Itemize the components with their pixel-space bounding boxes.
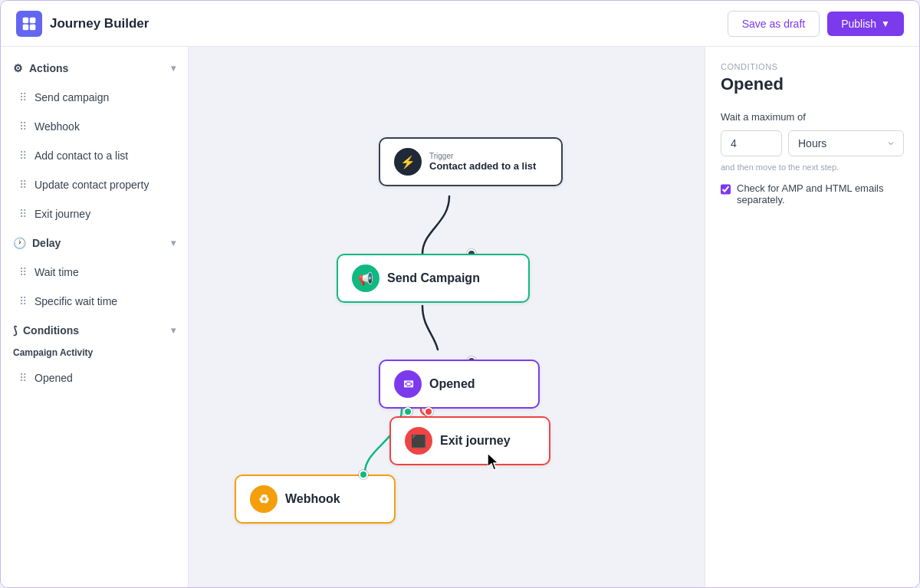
publish-label: Publish — [841, 18, 876, 30]
webhook-node[interactable]: ♻ Webhook — [235, 475, 396, 524]
actions-label: ⚙ Actions — [13, 62, 68, 74]
panel-title: Opened — [721, 74, 904, 94]
sidebar-item-add-contact[interactable]: ⠿ Add contact to a list — [7, 142, 182, 169]
specific-wait-label: Specific wait time — [34, 295, 117, 307]
actions-section-header[interactable]: ⚙ Actions ▾ — [1, 54, 188, 82]
drag-icon: ⠿ — [19, 372, 27, 384]
gear-icon: ⚙ — [13, 62, 23, 74]
actions-chevron-icon: ▾ — [171, 63, 176, 74]
svg-rect-3 — [30, 24, 36, 30]
logo-icon — [21, 16, 37, 31]
save-draft-button[interactable]: Save as draft — [728, 11, 820, 37]
conditions-label: ⟆ Conditions — [13, 324, 79, 337]
conditions-section-header[interactable]: ⟆ Conditions ▾ — [1, 317, 188, 344]
wait-value-input[interactable] — [721, 130, 782, 156]
right-panel: Conditions Opened Wait a maximum of Hour… — [705, 47, 919, 587]
connector-dot-webhook-top — [359, 470, 368, 479]
megaphone-icon: 📢 — [358, 271, 373, 286]
clock-icon: 🕐 — [13, 237, 26, 249]
exit-journey-label: Exit journey — [34, 208, 90, 220]
add-contact-label: Add contact to a list — [34, 149, 128, 162]
publish-button[interactable]: Publish ▼ — [827, 11, 904, 36]
campaign-activity-label: Campaign Activity — [1, 344, 188, 363]
wait-row: Hours Minutes Days — [721, 130, 904, 156]
webhook-label: Webhook — [34, 120, 80, 133]
drag-icon: ⠿ — [19, 208, 27, 220]
sidebar-item-wait-time[interactable]: ⠿ Wait time — [7, 258, 182, 286]
sidebar-item-webhook[interactable]: ⠿ Webhook — [7, 113, 182, 140]
conditions-icon: ⟆ — [13, 324, 17, 337]
sidebar-item-update-contact[interactable]: ⠿ Update contact property — [7, 171, 182, 199]
update-contact-label: Update contact property — [34, 179, 149, 191]
publish-arrow-icon: ▼ — [881, 18, 890, 29]
trigger-icon: ⚡ — [394, 148, 422, 176]
opened-icon: ✉ — [394, 370, 422, 398]
opened-node-label: Opened — [429, 377, 475, 391]
opened-node[interactable]: ✉ Opened — [379, 360, 540, 409]
drag-icon: ⠿ — [19, 179, 27, 191]
connector-dot-opened-green — [403, 407, 412, 416]
connector-dot-opened-red — [424, 407, 433, 416]
webhook-icon: ♻ — [250, 485, 278, 513]
webhook-node-label: Webhook — [285, 492, 340, 506]
app-title: Journey Builder — [50, 16, 149, 31]
sidebar: ⚙ Actions ▾ ⠿ Send campaign ⠿ Webhook ⠿ … — [1, 47, 189, 587]
wait-max-label: Wait a maximum of — [721, 111, 904, 123]
trigger-text: Trigger Contact added to a list — [429, 152, 536, 172]
send-campaign-label: Send campaign — [34, 91, 109, 103]
trigger-sub-label: Trigger — [429, 152, 536, 160]
exit-door-icon: ⬛ — [411, 434, 426, 448]
app-logo — [16, 11, 42, 37]
checkbox-label: Check for AMP and HTML emails separately… — [737, 182, 904, 205]
exit-journey-node-label: Exit journey — [440, 434, 511, 448]
canvas[interactable]: ⚡ Trigger Contact added to a list 📢 Send… — [189, 47, 705, 587]
svg-rect-2 — [23, 24, 29, 30]
sidebar-item-send-campaign[interactable]: ⠿ Send campaign — [7, 84, 182, 111]
envelope-icon: ✉ — [403, 377, 413, 392]
sidebar-item-exit-journey[interactable]: ⠿ Exit journey — [7, 200, 182, 228]
header-right: Save as draft Publish ▼ — [728, 11, 904, 37]
drag-icon: ⠿ — [19, 295, 27, 307]
send-campaign-node[interactable]: 📢 Send Campaign — [337, 254, 530, 303]
opened-label: Opened — [34, 372, 73, 384]
exit-journey-node[interactable]: ⬛ Exit journey — [389, 416, 550, 465]
wait-hint: and then move to the next step. — [721, 163, 904, 172]
trigger-node[interactable]: ⚡ Trigger Contact added to a list — [379, 137, 563, 186]
checkbox-row: Check for AMP and HTML emails separately… — [721, 182, 904, 205]
conditions-chevron-icon: ▾ — [171, 325, 176, 336]
header: Journey Builder Save as draft Publish ▼ — [1, 1, 919, 47]
delay-chevron-icon: ▾ — [171, 238, 176, 248]
drag-icon: ⠿ — [19, 120, 27, 133]
sidebar-item-specific-wait[interactable]: ⠿ Specific wait time — [7, 287, 182, 315]
bolt-icon: ⚡ — [400, 155, 416, 169]
send-campaign-icon: 📢 — [352, 264, 380, 292]
header-left: Journey Builder — [16, 11, 149, 37]
send-campaign-node-label: Send Campaign — [387, 271, 480, 285]
svg-rect-1 — [30, 17, 36, 23]
svg-rect-0 — [23, 17, 29, 23]
webhook-sym-icon: ♻ — [258, 492, 269, 507]
main-layout: ⚙ Actions ▾ ⠿ Send campaign ⠿ Webhook ⠿ … — [1, 47, 919, 587]
wait-unit-select[interactable]: Hours Minutes Days — [788, 130, 904, 156]
trigger-main-label: Contact added to a list — [429, 160, 536, 172]
amp-html-checkbox[interactable] — [721, 184, 731, 195]
delay-label: 🕐 Delay — [13, 237, 61, 249]
drag-icon: ⠿ — [19, 266, 27, 278]
panel-section-label: Conditions — [721, 62, 904, 71]
exit-icon: ⬛ — [405, 427, 432, 455]
drag-icon: ⠿ — [19, 91, 27, 103]
drag-icon: ⠿ — [19, 149, 27, 162]
wait-time-label: Wait time — [34, 266, 79, 278]
sidebar-item-opened[interactable]: ⠿ Opened — [7, 364, 182, 392]
delay-section-header[interactable]: 🕐 Delay ▾ — [1, 229, 188, 257]
